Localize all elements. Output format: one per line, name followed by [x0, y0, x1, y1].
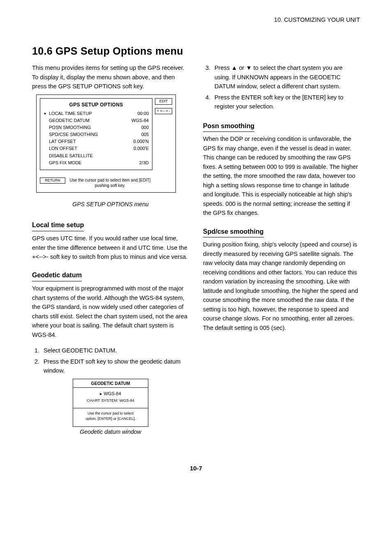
datum-window-body: ▸ WGS-84 CHART SYSTEM: WGS-84	[73, 388, 148, 409]
posn-heading: Posn smoothing	[203, 121, 254, 132]
datum-selected: ▸ WGS-84	[75, 391, 146, 397]
step-item: Press the EDIT soft key to show the geod…	[41, 357, 189, 375]
local-time-body: GPS uses UTC time. If you would rather u…	[32, 234, 189, 261]
right-column: Press ▲ or ▼ to select the chart system …	[203, 63, 360, 445]
setup-row: POSN SMOOTHING000	[44, 124, 149, 131]
panel-footer: RETURN Use the cursor pad to select item…	[40, 177, 172, 188]
datum-chart-system: CHART SYSTEM: WGS-84	[75, 398, 146, 403]
gps-setup-screen: GPS SETUP OPTIONS ▸LOCAL TIME SETUP00:00…	[36, 94, 176, 193]
hint-text: Use the cursor pad to select item and [E…	[65, 177, 155, 188]
page-number: 10-7	[32, 463, 360, 473]
setup-row: LON OFFSET0.000'E	[44, 145, 149, 152]
gps-setup-panel: GPS SETUP OPTIONS ▸LOCAL TIME SETUP00:00…	[40, 98, 152, 170]
figure-caption: GPS SETUP OPTIONS menu	[32, 200, 189, 209]
datum-window-footer: Use the cursor pad to select option, [EN…	[73, 408, 148, 426]
edit-softkey[interactable]: EDIT	[155, 98, 172, 105]
step-item: Select GEODETIC DATUM.	[41, 346, 189, 355]
spd-body: During position fixing, ship's velocity …	[203, 240, 360, 332]
section-name: GPS Setup Options menu	[55, 45, 183, 57]
posn-smoothing-section: Posn smoothing When the DOP or receiving…	[203, 121, 360, 218]
section-number: 10.6	[32, 45, 53, 57]
step-item: Press the ENTER soft key or the [ENTER] …	[212, 93, 360, 111]
running-head: 10. CUSTOMIZING YOUR UNIT	[32, 15, 360, 24]
datum-window-title: GEODETIC DATUM	[73, 379, 148, 388]
setup-row: GPS FIX MODE2/3D	[44, 159, 149, 166]
geodetic-heading: Geodetic datum	[32, 270, 82, 281]
left-column: This menu provides items for setting up …	[32, 63, 189, 445]
spd-smoothing-section: Spd/cse smoothing During position fixing…	[203, 227, 360, 332]
geodetic-section: Geodetic datum Your equipment is preprog…	[32, 270, 189, 436]
softkey-column: EDIT + <-- > -	[155, 98, 172, 175]
geodetic-steps: Select GEODETIC DATUM. Press the EDIT so…	[41, 346, 189, 375]
return-softkey[interactable]: RETURN	[40, 177, 65, 184]
local-time-heading: Local time setup	[32, 220, 84, 231]
panel-title: GPS SETUP OPTIONS	[44, 101, 149, 109]
geodetic-steps-cont: Press ▲ or ▼ to select the chart system …	[212, 63, 360, 111]
local-time-section: Local time setup GPS uses UTC time. If y…	[32, 220, 189, 261]
geodetic-datum-window: GEODETIC DATUM ▸ WGS-84 CHART SYSTEM: WG…	[73, 379, 148, 427]
intro-paragraph: This menu provides items for setting up …	[32, 63, 189, 91]
setup-row: GEODETIC DATUMWGS-84	[44, 117, 149, 124]
geodetic-body: Your equipment is preprogrammed with mos…	[32, 284, 189, 339]
setup-row: SPD/CSE SMOOTHING005	[44, 131, 149, 138]
section-title: 10.6 GPS Setup Options menu	[32, 43, 360, 59]
setup-row: LAT OFFSET0.000'N	[44, 138, 149, 145]
setup-row: DISABLE SATELLITE	[44, 152, 149, 159]
posn-body: When the DOP or receiving condition is u…	[203, 134, 360, 217]
plus-minus-softkey[interactable]: + <-- > -	[155, 108, 172, 115]
step-item: Press ▲ or ▼ to select the chart system …	[212, 63, 360, 91]
caret-right-icon: ▸	[44, 110, 49, 117]
spd-heading: Spd/cse smoothing	[203, 227, 264, 238]
setup-row: ▸LOCAL TIME SETUP00:00	[44, 110, 149, 117]
two-column-layout: This menu provides items for setting up …	[32, 63, 360, 445]
datum-caption: Geodetic datum window	[32, 428, 189, 437]
